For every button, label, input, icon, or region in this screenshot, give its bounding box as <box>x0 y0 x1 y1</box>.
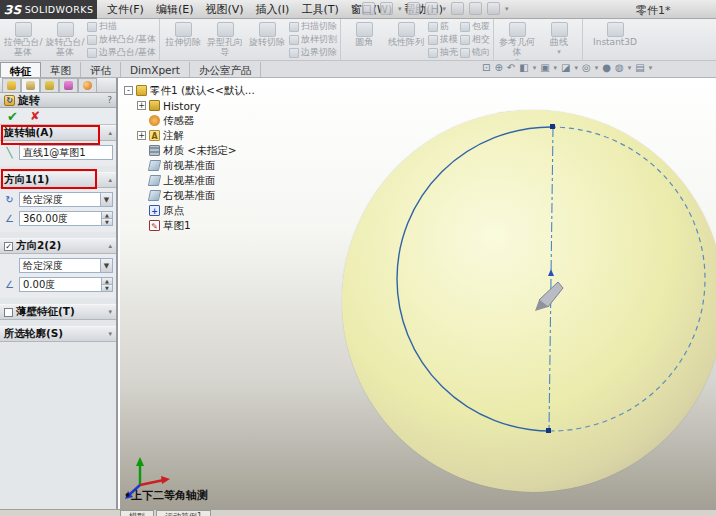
apply-scene-icon[interactable]: ◍ <box>615 62 624 73</box>
tree-item-annotations[interactable]: + A 注解 <box>124 128 274 143</box>
curves-button[interactable]: 曲线▾ <box>539 20 579 59</box>
swept-boss-button[interactable]: 扫描 <box>87 21 156 33</box>
print-icon[interactable] <box>425 2 438 15</box>
zoom-fit-icon[interactable]: ⊡ <box>482 62 490 73</box>
boundary-cut-button[interactable]: 边界切除 <box>289 47 337 59</box>
thin-feature-checkbox[interactable] <box>4 308 13 317</box>
wrap-button[interactable]: 包覆 <box>460 21 490 33</box>
graphics-viewport[interactable]: - 零件1 (默认<<默认... + History 传感器 + A 注解 材质… <box>120 78 716 509</box>
sketch-circle-front[interactable] <box>397 127 551 431</box>
feature-manager-tab[interactable] <box>2 78 21 92</box>
tree-root[interactable]: - 零件1 (默认<<默认... <box>124 83 274 98</box>
ok-button[interactable]: ✔ <box>7 109 18 124</box>
angle-spinner[interactable]: ▲▼ <box>101 212 112 225</box>
tree-item-history[interactable]: + History <box>124 98 274 113</box>
tab-evaluate[interactable]: 评估 <box>81 62 121 77</box>
linear-pattern-button[interactable]: 线性阵列 <box>386 20 426 59</box>
help-icon[interactable]: ? <box>107 95 112 105</box>
new-icon[interactable] <box>362 2 375 15</box>
draft-button[interactable]: 拔模 <box>428 34 458 46</box>
axis-selection-field[interactable]: 直线1@草图1 <box>19 145 113 160</box>
menu-edit[interactable]: 编辑(E) <box>151 0 199 19</box>
open-dropdown-icon[interactable]: ▾ <box>398 5 402 13</box>
fillet-button[interactable]: 圆角 <box>344 20 384 59</box>
options-icon[interactable] <box>487 2 500 15</box>
property-manager-tab[interactable] <box>21 78 40 92</box>
menu-tools[interactable]: 工具(T) <box>296 0 343 19</box>
tab-sketch[interactable]: 草图 <box>41 62 81 77</box>
axis-group-header[interactable]: 旋转轴(A) ▴ <box>0 125 116 141</box>
sketch-circle-back[interactable] <box>551 127 705 431</box>
reference-geometry-button[interactable]: 参考几何体▾ <box>497 20 537 59</box>
display-manager-tab[interactable] <box>78 78 97 92</box>
tree-item-sketch1[interactable]: ✎ 草图1 <box>124 218 274 233</box>
open-icon[interactable] <box>380 2 393 15</box>
collapse-arrow-icon[interactable]: ▴ <box>108 129 112 137</box>
expand-arrow-icon[interactable]: ▾ <box>108 330 112 338</box>
hide-show-items-icon[interactable]: ◎ <box>582 62 591 73</box>
thin-feature-header[interactable]: 薄壁特征(T) ▾ <box>0 304 116 320</box>
dir2-angle-field[interactable]: 0.00度 ▲▼ <box>19 277 113 292</box>
expand-arrow-icon[interactable]: ▾ <box>108 308 112 316</box>
rib-button[interactable]: 筋 <box>428 21 458 33</box>
boundary-boss-button[interactable]: 边界凸台/基体 <box>87 47 156 59</box>
centerline-top-handle[interactable] <box>550 124 555 129</box>
dir1-angle-field[interactable]: 360.00度 ▲▼ <box>19 211 113 226</box>
expander-icon[interactable]: + <box>137 101 146 110</box>
tree-item-right-plane[interactable]: 右视基准面 <box>124 188 274 203</box>
undo-icon[interactable] <box>451 2 464 15</box>
collapse-arrow-icon[interactable]: ▴ <box>108 242 112 250</box>
menu-view[interactable]: 视图(V) <box>200 0 248 19</box>
collapse-arrow-icon[interactable]: ▴ <box>108 176 112 184</box>
centerline-bottom-handle[interactable] <box>546 428 551 433</box>
extruded-boss-button[interactable]: 拉伸凸台/基体 <box>3 20 43 59</box>
expander-icon[interactable]: + <box>137 131 146 140</box>
previous-view-icon[interactable]: ↶ <box>507 62 515 73</box>
mirror-button[interactable]: 镜向 <box>460 47 490 59</box>
revolved-cut-button[interactable]: 旋转切除 <box>247 20 287 59</box>
lofted-boss-button[interactable]: 放样凸台/基体 <box>87 34 156 46</box>
save-icon[interactable] <box>407 2 420 15</box>
zoom-area-icon[interactable]: ⊕ <box>494 62 502 73</box>
extruded-cut-button[interactable]: 拉伸切除 <box>163 20 203 59</box>
tab-office-products[interactable]: 办公室产品 <box>190 62 262 77</box>
expander-icon[interactable]: - <box>124 86 133 95</box>
section-view-icon[interactable]: ◧ <box>519 62 528 73</box>
menu-insert[interactable]: 插入(I) <box>251 0 295 19</box>
model-tab[interactable]: 模型 <box>120 510 154 516</box>
options-dropdown-icon[interactable]: ▾ <box>505 5 509 13</box>
dropdown-arrow-icon[interactable]: ▼ <box>100 193 112 206</box>
tree-item-front-plane[interactable]: 前视基准面 <box>124 158 274 173</box>
shell-button[interactable]: 抽壳 <box>428 47 458 59</box>
view-orientation-icon[interactable]: ▣ <box>540 62 549 73</box>
tab-dimxpert[interactable]: DimXpert <box>121 62 190 77</box>
selected-contours-header[interactable]: 所选轮廓(S) ▾ <box>0 326 116 342</box>
tree-item-material[interactable]: 材质 <未指定> <box>124 143 274 158</box>
print-dropdown-icon[interactable]: ▾ <box>443 5 447 13</box>
edit-appearance-icon[interactable]: ● <box>602 62 611 73</box>
dir2-end-condition-dropdown[interactable]: 给定深度 ▼ <box>19 258 113 273</box>
display-style-icon[interactable]: ◪ <box>561 62 570 73</box>
direction2-group-header[interactable]: ✓ 方向2(2) ▴ <box>0 238 116 254</box>
instant3d-button[interactable]: Instant3D <box>586 20 644 59</box>
dimxpert-manager-tab[interactable] <box>59 78 78 92</box>
view-settings-icon[interactable]: ▤ <box>635 62 644 73</box>
direction2-checkbox[interactable]: ✓ <box>4 242 13 251</box>
rebuild-icon[interactable] <box>469 2 482 15</box>
lofted-cut-button[interactable]: 放样切割 <box>289 34 337 46</box>
cancel-button[interactable]: ✘ <box>30 109 40 123</box>
direction1-group-header[interactable]: 方向1(1) ▴ <box>0 172 116 188</box>
angle-spinner[interactable]: ▲▼ <box>101 278 112 291</box>
tree-item-top-plane[interactable]: 上视基准面 <box>124 173 274 188</box>
hole-wizard-button[interactable]: 异型孔向导 <box>205 20 245 59</box>
spin-down-icon[interactable]: ▼ <box>102 218 112 225</box>
tree-item-sensors[interactable]: 传感器 <box>124 113 274 128</box>
spin-down-icon[interactable]: ▼ <box>102 284 112 291</box>
dir1-end-condition-dropdown[interactable]: 给定深度 ▼ <box>19 192 113 207</box>
tab-features[interactable]: 特征 <box>0 62 41 77</box>
revolve-centerline[interactable] <box>549 127 553 431</box>
dropdown-arrow-icon[interactable]: ▼ <box>100 259 112 272</box>
motion-study-tab[interactable]: 运动算例1 <box>156 510 211 516</box>
intersect-button[interactable]: 相交 <box>460 34 490 46</box>
revolved-boss-button[interactable]: 旋转凸台/基体 <box>45 20 85 59</box>
